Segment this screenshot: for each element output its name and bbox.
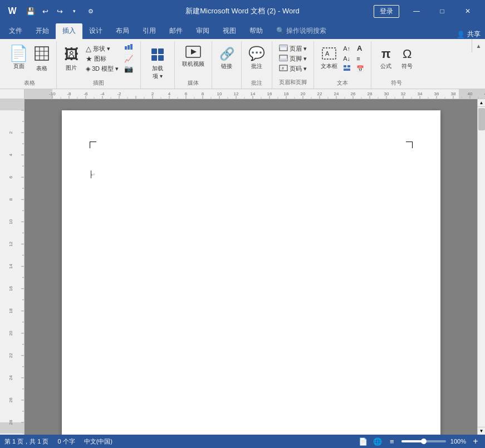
tab-review[interactable]: 审阅 bbox=[189, 23, 216, 39]
search-hint[interactable]: 🔍 操作说明搜索 bbox=[270, 23, 333, 39]
table-label: 表格 bbox=[36, 65, 47, 72]
footer-icon bbox=[279, 55, 288, 62]
ribbon-group-comments: 💬 批注 批注 bbox=[242, 41, 272, 89]
textbox-button[interactable]: A 文本框 bbox=[319, 43, 340, 78]
online-video-button[interactable]: 联机视频 bbox=[179, 43, 207, 78]
shapes-button[interactable]: △ 形状 ▾ bbox=[84, 43, 121, 53]
ribbon-group-table: 📄 页面 表格 表格 bbox=[2, 41, 57, 89]
ribbon-collapse-button[interactable]: ▲ bbox=[472, 39, 485, 52]
3dmodel-button[interactable]: ◈ 3D 模型 ▾ bbox=[84, 64, 121, 74]
link-button[interactable]: 🔗 链接 bbox=[217, 43, 237, 78]
ribbon-group-links-content: 🔗 链接 bbox=[217, 43, 237, 85]
ribbon-group-media: 联机视频 媒体 bbox=[175, 41, 212, 89]
svg-rect-17 bbox=[280, 59, 287, 61]
margin-corner-tr bbox=[406, 142, 413, 148]
footer-label: 页脚 ▾ bbox=[290, 55, 307, 63]
text-scale-btn[interactable]: A↓ bbox=[341, 53, 353, 64]
svg-rect-9 bbox=[158, 48, 164, 54]
tab-layout[interactable]: 布局 bbox=[109, 23, 136, 39]
tab-view[interactable]: 视图 bbox=[216, 23, 243, 39]
datetime-btn[interactable]: 📅 bbox=[354, 64, 366, 74]
tab-design[interactable]: 设计 bbox=[82, 23, 109, 39]
textbox-icon: A bbox=[321, 47, 337, 61]
close-button[interactable]: ✕ bbox=[455, 0, 481, 22]
symbol-icon: Ω bbox=[403, 47, 411, 61]
vertical-scrollbar[interactable]: ▲ ▼ bbox=[477, 99, 485, 435]
document-canvas[interactable]: ↵ 经验啦✓ jingyanla.com bbox=[25, 99, 477, 435]
comment-button[interactable]: 💬 批注 bbox=[246, 43, 267, 78]
document-title: 新建Microsoft Word 文档 (2) - Word bbox=[185, 6, 300, 16]
header-button[interactable]: 页眉 ▾ bbox=[277, 43, 309, 53]
zoom-in-btn[interactable]: + bbox=[471, 436, 481, 446]
title-bar-left: W 💾 ↩ ↪ ▾ ⚙ bbox=[4, 3, 97, 19]
page-number-icon: # bbox=[279, 65, 288, 72]
datetime-icon: 📅 bbox=[356, 65, 364, 72]
signature-btn[interactable]: ≡ bbox=[354, 53, 366, 64]
dropcap-icon: A bbox=[356, 44, 364, 53]
status-bar: 第 1 页，共 1 页 0 个字 中文(中国) 📄 🌐 ≡ 100% + bbox=[0, 435, 485, 448]
page-label: 页面 bbox=[13, 62, 25, 70]
page-button[interactable]: 📄 页面 bbox=[7, 43, 31, 78]
scroll-thumb[interactable] bbox=[478, 108, 485, 130]
svg-text:A: A bbox=[357, 44, 362, 52]
zoom-slider[interactable] bbox=[401, 440, 446, 442]
restore-button[interactable]: □ bbox=[429, 0, 455, 22]
page-icon: 📄 bbox=[9, 46, 28, 61]
save-quick-btn[interactable]: 💾 bbox=[25, 5, 37, 17]
scroll-up-btn[interactable]: ▲ bbox=[478, 99, 486, 107]
ribbon-group-addins: 加载项 ▾ bbox=[141, 41, 175, 89]
images-button[interactable]: 🖼 图片 bbox=[60, 43, 82, 78]
svg-rect-23 bbox=[347, 65, 350, 67]
group-media-label: 媒体 bbox=[188, 78, 199, 87]
comment-label: 批注 bbox=[251, 62, 262, 70]
redo-btn[interactable]: ↪ bbox=[53, 5, 66, 17]
page-number-button[interactable]: # 页码 ▾ bbox=[277, 64, 309, 74]
text-direction-btn[interactable]: A↑ bbox=[341, 43, 353, 53]
language: 中文(中国) bbox=[84, 437, 112, 446]
link-icon: 🔗 bbox=[219, 47, 234, 61]
images-label: 图片 bbox=[66, 64, 77, 72]
shapes-icon: △ bbox=[86, 45, 91, 53]
illustrations-small-col2: 📈 📷 bbox=[122, 43, 137, 74]
tab-mailings[interactable]: 邮件 bbox=[163, 23, 189, 39]
minimize-button[interactable]: — bbox=[404, 0, 429, 22]
tab-file[interactable]: 文件 bbox=[2, 23, 29, 39]
quickparts-btn[interactable] bbox=[341, 64, 353, 74]
svg-rect-5 bbox=[125, 46, 127, 50]
login-button[interactable]: 登录 bbox=[374, 5, 399, 18]
svg-rect-24 bbox=[344, 69, 350, 71]
chart-button[interactable]: 📈 bbox=[122, 53, 137, 64]
customize-qa-btn[interactable]: ▾ bbox=[68, 5, 80, 17]
page-number-label: 页码 ▾ bbox=[290, 65, 307, 73]
tab-help[interactable]: 帮助 bbox=[243, 23, 270, 39]
smartart-button[interactable] bbox=[122, 43, 137, 53]
online-video-icon bbox=[185, 46, 201, 59]
table-button[interactable]: 表格 bbox=[32, 43, 52, 78]
icons-button[interactable]: ★ 图标 bbox=[84, 53, 121, 64]
tab-bar-right: 👤 共享 bbox=[457, 30, 485, 39]
svg-rect-7 bbox=[130, 44, 133, 50]
undo-btn[interactable]: ↩ bbox=[39, 5, 51, 17]
3dmodel-label: 3D 模型 ▾ bbox=[92, 65, 119, 73]
screenshot-button[interactable]: 📷 bbox=[122, 64, 137, 74]
tab-home[interactable]: 开始 bbox=[29, 23, 56, 39]
footer-button[interactable]: 页脚 ▾ bbox=[277, 53, 309, 64]
share-button[interactable]: 👤 共享 bbox=[457, 30, 481, 39]
tab-insert[interactable]: 插入 bbox=[56, 23, 82, 39]
equation-icon: π bbox=[381, 47, 391, 61]
symbol-button[interactable]: Ω 符号 bbox=[397, 43, 417, 78]
dropcap-btn[interactable]: A bbox=[354, 43, 366, 53]
title-bar-right: 登录 — □ ✕ bbox=[374, 0, 481, 22]
textbox-label: 文本框 bbox=[321, 62, 337, 70]
word-count: 0 个字 bbox=[57, 437, 75, 446]
3dmodel-icon: ◈ bbox=[86, 65, 90, 72]
scroll-down-btn[interactable]: ▼ bbox=[478, 427, 486, 435]
tab-references[interactable]: 引用 bbox=[136, 23, 163, 39]
ribbon-display-btn[interactable]: ⚙ bbox=[85, 5, 97, 17]
document-page[interactable]: ↵ 经验啦✓ jingyanla.com bbox=[62, 110, 440, 435]
equation-button[interactable]: π 公式 bbox=[376, 43, 396, 78]
outline-btn[interactable]: ≡ bbox=[387, 436, 397, 446]
print-layout-btn[interactable]: 📄 bbox=[358, 436, 368, 446]
addins-button[interactable]: 加载项 ▾ bbox=[145, 43, 170, 78]
web-layout-btn[interactable]: 🌐 bbox=[373, 436, 383, 446]
